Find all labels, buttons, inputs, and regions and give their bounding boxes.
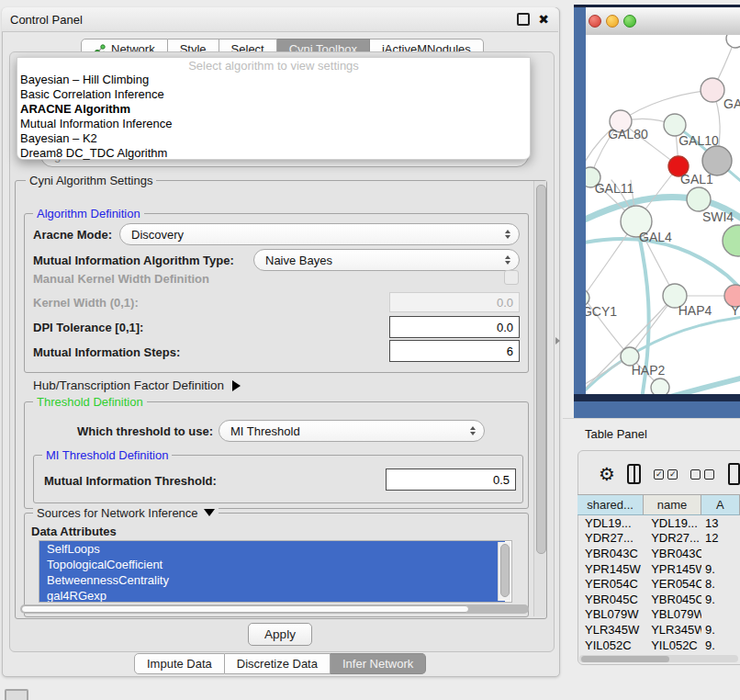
network-view-canvas[interactable]: GALGAL80GAL10GAL1GAL11SWI4GAL4GCY1HAP4YH… <box>586 35 740 394</box>
network-node-label: GAL4 <box>639 230 672 244</box>
network-node[interactable] <box>726 35 740 48</box>
which-threshold-combo[interactable]: MI Threshold <box>219 420 485 442</box>
float-window-icon[interactable] <box>517 13 530 26</box>
dropdown-placeholder: Select algorithm to view settings <box>17 60 530 73</box>
table-cell: YDR27... <box>644 531 701 545</box>
aracne-mode-combo[interactable]: Discovery <box>119 223 520 245</box>
table-cell: YLR345W <box>644 623 701 637</box>
table-row[interactable]: YDR27...YDR27...12 <box>577 531 740 547</box>
panel-divider <box>563 418 740 419</box>
mi-steps-label: Mutual Information Steps: <box>33 345 180 359</box>
table-cell: YIL052C <box>644 638 701 652</box>
attribute-item-selfloops[interactable]: SelfLoops <box>39 541 505 557</box>
scrollbar-thumb[interactable] <box>536 185 546 554</box>
dpi-tolerance-label: DPI Tolerance [0,1]: <box>33 321 143 334</box>
table-cell: YBR043C <box>644 547 701 560</box>
split-columns-icon[interactable] <box>627 464 641 484</box>
settings-vertical-scrollbar[interactable] <box>533 181 546 616</box>
new-table-icon[interactable] <box>728 463 740 485</box>
dropdown-items-holder: Bayesian – Hill ClimbingBasic Correlatio… <box>17 73 530 161</box>
table-row[interactable]: YLR345WYLR345W9. <box>577 622 740 638</box>
table-cell: 13 <box>701 516 740 530</box>
network-node-gal[interactable] <box>701 78 724 102</box>
table-row[interactable]: YBL079WYBL079W <box>577 607 740 623</box>
bottom-tab-row: Impute DataDiscretize DataInfer Network <box>134 653 426 673</box>
data-attributes-list[interactable]: SelfLoopsTopologicalCoefficientBetweenne… <box>39 540 512 603</box>
column-header-shared[interactable]: shared... <box>577 494 644 515</box>
stepper-arrows-icon <box>505 255 510 265</box>
aracne-mode-label: Aracne Mode: <box>33 228 112 242</box>
algorithm-option-mutual-information-inference[interactable]: Mutual Information Inference <box>17 117 530 131</box>
collapsed-panel-icon[interactable] <box>5 689 28 700</box>
dpi-tolerance-field[interactable]: 0.0 <box>389 316 520 338</box>
algorithm-option-bayesian-hill-climbing[interactable]: Bayesian – Hill Climbing <box>17 73 530 87</box>
which-threshold-label: Which threshold to use: <box>77 424 213 438</box>
kernel-width-label: Kernel Width (0,1): <box>33 296 139 310</box>
close-traffic-light[interactable] <box>589 15 601 28</box>
column-header-name[interactable]: name <box>644 494 701 515</box>
network-node-swi4[interactable] <box>687 187 711 211</box>
table-cell: YBR045C <box>577 593 644 606</box>
scrollbar-thumb[interactable] <box>21 605 469 613</box>
attribute-item-gal4rgexp[interactable]: gal4RGexp <box>39 588 505 603</box>
algorithm-option-dream8-dc-tdc-algorithm[interactable]: Dream8 DC_TDC Algorithm <box>17 146 530 161</box>
select-all-icon[interactable]: ✓ ✓ <box>654 469 678 480</box>
gear-icon[interactable]: ⚙ <box>599 465 615 483</box>
splitter-handle-icon[interactable] <box>555 337 560 344</box>
tab-impute-data[interactable]: Impute Data <box>134 653 225 674</box>
table-cell: YBR045C <box>644 593 701 606</box>
network-node[interactable] <box>723 225 740 256</box>
tab-discretize-data[interactable]: Discretize Data <box>225 653 331 674</box>
node-table: shared...nameA YDL19...YDL19...13YDR27..… <box>577 494 740 652</box>
control-panel-titlebar: Control Panel ✖ <box>2 7 558 32</box>
table-row[interactable]: YDL19...YDL19...13 <box>577 515 740 531</box>
attr-list-scrollbar[interactable] <box>498 542 510 601</box>
apply-button[interactable]: Apply <box>248 623 312 646</box>
table-cell: 8. <box>701 577 740 591</box>
scrollbar-thumb[interactable] <box>581 656 669 662</box>
unchecked-box-icon <box>690 469 701 480</box>
tab-infer-network[interactable]: Infer Network <box>331 653 426 674</box>
table-horizontal-scrollbar[interactable] <box>579 655 738 662</box>
algorithm-option-aracne-algorithm[interactable]: ARACNE Algorithm <box>17 102 530 117</box>
network-edge <box>657 376 740 394</box>
algorithm-option-bayesian-k2[interactable]: Bayesian – K2 <box>17 131 530 146</box>
mi-type-combo[interactable]: Naive Bayes <box>253 249 520 271</box>
network-node-label: GAL <box>723 96 740 111</box>
table-row[interactable]: YBR043CYBR043C <box>577 546 740 561</box>
tab-label: Discretize Data <box>237 657 318 671</box>
deselect-all-icon[interactable] <box>690 469 714 480</box>
hub-definition-expander[interactable]: Hub/Transcription Factor Definition <box>33 378 241 392</box>
column-header-a[interactable]: A <box>701 494 740 515</box>
table-row[interactable]: YPR145WYPR145W9. <box>577 561 740 577</box>
attribute-item-topologicalcoefficient[interactable]: TopologicalCoefficient <box>39 557 505 572</box>
close-icon[interactable]: ✖ <box>538 14 549 25</box>
scrollbar-thumb[interactable] <box>500 544 510 597</box>
minimize-traffic-light[interactable] <box>606 15 619 28</box>
table-cell: YDL19... <box>644 516 701 530</box>
algorithm-option-basic-correlation-inference[interactable]: Basic Correlation Inference <box>17 87 530 102</box>
kernel-width-field[interactable]: 0.0 <box>389 292 520 312</box>
algorithm-dropdown-list: Select algorithm to view settings Bayesi… <box>17 57 531 160</box>
attr-items-holder: SelfLoopsTopologicalCoefficientBetweenne… <box>39 541 511 603</box>
sources-legend[interactable]: Sources for Network Inference <box>33 507 219 519</box>
table-row[interactable]: YIL052CYIL052C9. <box>577 638 740 653</box>
attribute-item-betweennesscentrality[interactable]: BetweennessCentrality <box>39 572 505 588</box>
table-cell: YLR345W <box>577 623 644 637</box>
collapse-arrow-icon <box>204 509 215 516</box>
table-row[interactable]: YER054CYER054C8. <box>577 576 740 592</box>
table-header-row: shared...nameA <box>577 494 740 515</box>
manual-kernel-checkbox[interactable] <box>504 270 519 285</box>
table-cell: YER054C <box>644 577 701 591</box>
network-node-label: HAP4 <box>678 303 712 318</box>
table-panel-title: Table Panel <box>585 427 647 441</box>
mi-threshold-field[interactable]: 0.5 <box>386 469 516 491</box>
mi-steps-field[interactable]: 6 <box>389 340 520 362</box>
unchecked-box-icon <box>704 469 714 480</box>
table-row[interactable]: YBR045CYBR045C9. <box>577 592 740 607</box>
network-node[interactable] <box>651 378 669 394</box>
settings-horizontal-scrollbar[interactable] <box>20 604 529 614</box>
network-node-label: GAL1 <box>680 172 713 186</box>
zoom-traffic-light[interactable] <box>623 15 636 28</box>
dpi-tolerance-value: 0.0 <box>497 321 513 334</box>
